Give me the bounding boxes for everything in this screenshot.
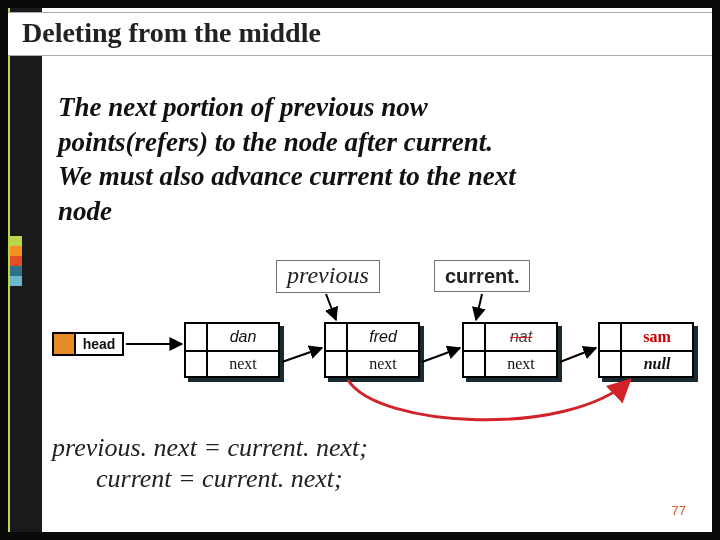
label-current: current. — [434, 260, 530, 292]
node-next: next — [348, 355, 418, 373]
node-next: next — [486, 355, 556, 373]
head-label: head — [76, 334, 122, 354]
svg-line-4 — [422, 348, 460, 362]
code-block: previous. next = current. next; current … — [52, 432, 368, 494]
node-nat: nat next — [462, 322, 558, 378]
node-name: sam — [622, 328, 692, 346]
head-pointer-origin — [54, 334, 76, 354]
svg-line-5 — [560, 348, 596, 362]
node-next: next — [208, 355, 278, 373]
node-dan: dan next — [184, 322, 280, 378]
label-previous: previous — [276, 260, 380, 293]
node-name: nat — [486, 328, 556, 346]
node-name: dan — [208, 328, 278, 346]
left-accent-bar — [8, 8, 42, 532]
title-banner: Deleting from the middle — [8, 12, 712, 56]
code-line-1: previous. next = current. next; — [52, 432, 368, 463]
slide: Deleting from the middle The next portio… — [8, 8, 712, 532]
svg-line-3 — [282, 348, 322, 362]
code-line-2: current = current. next; — [52, 463, 368, 494]
page-number: 77 — [672, 503, 686, 518]
node-fred: fred next — [324, 322, 420, 378]
svg-line-1 — [476, 294, 482, 320]
node-sam: sam null — [598, 322, 694, 378]
explanation-text: The next portion of previous now points(… — [58, 90, 530, 228]
node-next: null — [622, 355, 692, 373]
slide-title: Deleting from the middle — [22, 17, 698, 49]
node-name: fred — [348, 328, 418, 346]
head-pointer-box: head — [52, 332, 124, 356]
svg-line-0 — [326, 294, 336, 320]
